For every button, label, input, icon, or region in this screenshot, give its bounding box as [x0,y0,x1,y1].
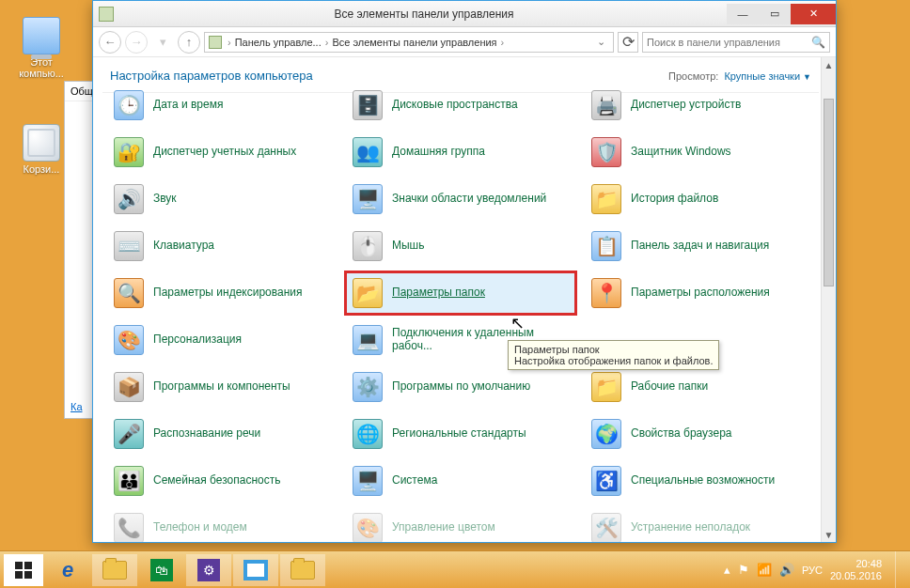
control-panel-window: Все элементы панели управления — ▭ ✕ ← →… [92,0,837,543]
breadcrumb-segment[interactable]: Все элементы панели управления [332,37,496,48]
search-box[interactable]: 🔍 [642,32,830,53]
view-selector[interactable]: Крупные значки▼ [724,70,811,82]
back-button[interactable]: ← [99,31,121,54]
titlebar[interactable]: Все элементы панели управления — ▭ ✕ [93,1,836,27]
desktop-icon-recycle-bin[interactable]: Корзи... [13,124,70,175]
start-button[interactable] [4,554,43,586]
scroll-track[interactable] [822,72,836,527]
store-icon: 🛍 [150,559,173,581]
item-credential-manager[interactable]: 🔐Диспетчер учетных данных [106,131,337,174]
page-heading: Настройка параметров компьютера [110,69,668,83]
clock-date: 20.05.2016 [830,570,882,582]
personalize-icon: 🎨 [114,325,144,355]
troubleshoot-icon: 🛠️ [591,513,621,542]
item-label: Диспетчер устройств [631,99,741,112]
scroll-up-button[interactable]: ▲ [822,57,836,72]
vault-icon: 🔐 [114,137,144,167]
tray-clock[interactable]: 20:48 20.05.2016 [830,558,882,581]
folder-options-icon: 📂 [353,278,383,308]
breadcrumb-segment[interactable]: Панель управле... [235,37,322,48]
item-location[interactable]: 📍Параметры расположения [584,271,815,315]
desktop-icon-computer[interactable]: Этот компью... [13,17,70,79]
computer-icon [23,17,60,54]
control-panel-icon [243,560,268,580]
address-dropdown[interactable]: ⌄ [593,36,609,48]
item-storage-spaces[interactable]: 🗄️Дисковые пространства [345,84,576,127]
item-file-history[interactable]: 📁История файлов [584,178,815,221]
refresh-button[interactable]: ⟳ [618,32,638,53]
bg-link[interactable]: Ка [71,401,83,412]
scroll-down-button[interactable]: ▼ [822,527,836,542]
taskbar-store[interactable]: 🛍 [139,554,184,586]
up-button[interactable]: ↑ [178,31,200,54]
minimize-button[interactable]: — [727,4,759,24]
phone-icon: 📞 [114,513,144,542]
item-personalization[interactable]: 🎨Персонализация [106,318,337,362]
item-keyboard[interactable]: ⌨️Клавиатура [106,224,337,268]
view-label: Просмотр: [668,70,718,82]
tray-flag-icon[interactable]: ⚑ [738,563,749,577]
system-icon: 🖥️ [353,466,383,496]
item-notification-icons[interactable]: 🖥️Значки области уведомлений [345,178,576,221]
tray-volume-icon[interactable]: 🔊 [779,563,794,577]
tray-language[interactable]: РУС [802,565,823,576]
item-phone-modem[interactable]: 📞Телефон и модем [106,506,337,542]
taskbar-explorer[interactable] [92,554,137,586]
item-internet-options[interactable]: 🌍Свойства браузера [584,412,815,456]
item-speech[interactable]: 🎤Распознавание речи [106,412,337,456]
tray-network-icon[interactable]: 📶 [757,563,772,577]
search-icon: 🔍 [811,36,825,49]
item-label: Распознавание речи [153,427,260,441]
globe-icon: 🌐 [353,419,383,449]
item-date-time[interactable]: 🕒Дата и время [106,84,337,127]
item-color-management[interactable]: 🎨Управление цветом [345,506,576,542]
svg-rect-1 [24,562,32,569]
item-defender[interactable]: 🛡️Защитник Windows [584,131,815,174]
close-button[interactable]: ✕ [791,4,836,24]
item-region[interactable]: 🌐Региональные стандарты [345,412,576,456]
breadcrumb[interactable]: › Панель управле... › Все элементы панел… [204,32,614,53]
tray-chevron-icon[interactable]: ▴ [724,563,730,577]
scroll-thumb[interactable] [824,99,834,286]
tooltip: Параметры папок Настройка отображения па… [508,340,719,370]
item-label: Диспетчер учетных данных [153,146,296,159]
taskbar-settings[interactable]: ⚙ [186,554,231,586]
item-sound[interactable]: 🔊Звук [106,178,337,221]
programs-icon: 📦 [114,372,144,402]
item-folder-options[interactable]: 📂Параметры папок [345,271,576,315]
maximize-button[interactable]: ▭ [759,4,791,24]
taskbar: e 🛍 ⚙ ▴ ⚑ 📶 🔊 РУС 20:48 20.05.2016 [0,550,910,588]
forward-button[interactable]: → [125,31,148,54]
item-system[interactable]: 🖥️Система [345,459,576,503]
item-label: Программы по умолчанию [392,380,530,394]
taskbar-control-panel[interactable] [233,554,278,586]
chevron-down-icon: ▼ [803,72,811,82]
taskbar-ie[interactable]: e [45,554,90,586]
item-mouse[interactable]: 🖱️Мышь [345,224,576,268]
gear-icon: ⚙ [197,559,220,581]
recent-dropdown[interactable]: ▾ [151,31,174,54]
item-work-folders[interactable]: 📁Рабочие папки [584,365,815,409]
item-family-safety[interactable]: 👪Семейная безопасность [106,459,337,503]
show-desktop-button[interactable] [895,551,902,589]
system-tray: ▴ ⚑ 📶 🔊 РУС 20:48 20.05.2016 [724,551,906,589]
items-grid: 🕒Дата и время 🗄️Дисковые пространства 🖨️… [102,84,819,542]
item-label: Клавиатура [153,240,214,253]
item-label: История файлов [631,193,718,206]
item-accessibility[interactable]: ♿Специальные возможности [584,459,815,503]
item-homegroup[interactable]: 👥Домашняя группа [345,131,576,174]
family-icon: 👪 [114,466,144,496]
scrollbar[interactable]: ▲ ▼ [821,57,836,542]
search-input[interactable] [647,37,808,48]
item-label: Панель задач и навигация [631,240,769,253]
item-default-programs[interactable]: ⚙️Программы по умолчанию [345,365,576,409]
item-programs-features[interactable]: 📦Программы и компоненты [106,365,337,409]
desktop-icon-label: Корзи... [13,163,70,175]
item-indexing[interactable]: 🔍Параметры индексирования [106,271,337,315]
item-troubleshoot[interactable]: 🛠️Устранение неполадок [584,506,815,542]
defaults-icon: ⚙️ [353,372,383,402]
taskbar-folder-open[interactable] [280,554,325,586]
tray-icon: 🖥️ [353,184,383,214]
item-taskbar-nav[interactable]: 📋Панель задач и навигация [584,224,815,268]
item-device-manager[interactable]: 🖨️Диспетчер устройств [584,84,815,127]
